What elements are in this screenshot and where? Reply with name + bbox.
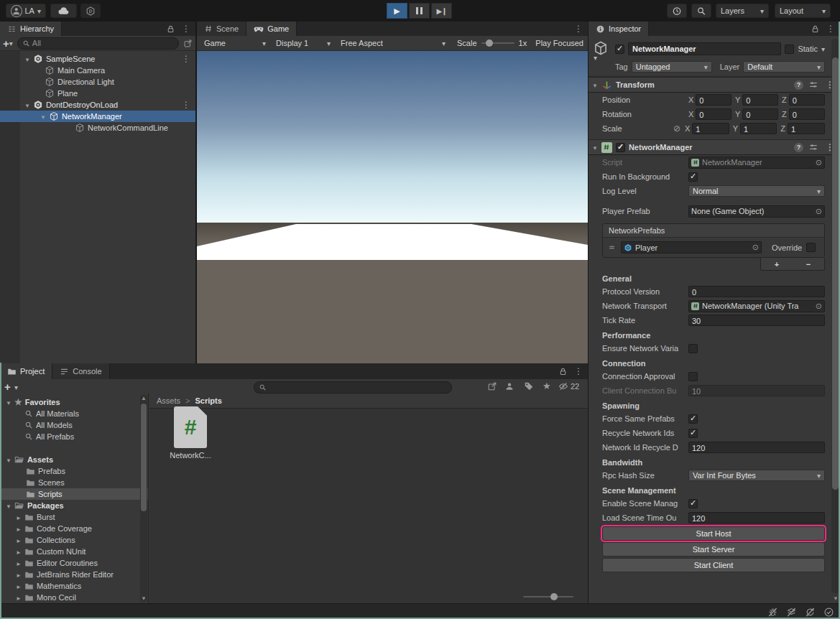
debugger-disabled-icon[interactable] <box>767 607 778 618</box>
network-id-recycle-field[interactable]: 120 <box>688 442 825 453</box>
scale-y-field[interactable]: 1 <box>740 123 777 134</box>
help-icon[interactable]: ? <box>794 80 803 90</box>
tree-custom-nunit[interactable]: Custom NUnit <box>0 546 148 557</box>
tree-collections[interactable]: Collections <box>0 534 148 546</box>
tick-rate-field[interactable]: 30 <box>688 315 825 326</box>
hierarchy-row-plane[interactable]: Plane <box>0 88 195 99</box>
foldout-open-icon[interactable] <box>6 501 11 510</box>
tree-all-models[interactable]: All Models <box>0 419 148 431</box>
rotation-z-field[interactable]: 0 <box>789 108 825 120</box>
breadcrumb-root[interactable]: Assets <box>157 396 180 405</box>
foldout-open-icon[interactable] <box>24 101 30 109</box>
remove-prefab-button[interactable]: − <box>806 260 811 269</box>
position-x-field[interactable]: 0 <box>696 94 731 106</box>
foldout-open-icon[interactable] <box>592 143 598 152</box>
display-target-dropdown[interactable]: Game <box>201 37 269 50</box>
start-host-button[interactable]: Start Host <box>602 526 825 541</box>
link-broken-icon[interactable]: ⊘ <box>673 124 685 134</box>
foldout-closed-icon[interactable] <box>16 536 22 544</box>
tab-project[interactable]: Project <box>0 363 52 379</box>
kebab-menu-icon[interactable]: ⋮ <box>180 101 193 109</box>
project-tree-scrollbar-thumb[interactable] <box>141 404 147 511</box>
object-picker-icon[interactable]: ⊙ <box>816 302 822 311</box>
lock-icon[interactable] <box>558 367 568 376</box>
tree-scenes[interactable]: Scenes <box>0 477 148 488</box>
cloud-services-button[interactable] <box>50 4 77 18</box>
prefab-object-field[interactable]: Player ⊙ <box>621 241 762 253</box>
recycle-network-ids-checkbox[interactable] <box>688 429 698 438</box>
ensure-network-checkbox[interactable] <box>688 344 698 353</box>
tree-favorites[interactable]: ★ Favorites <box>0 396 148 408</box>
kebab-menu-icon[interactable]: ⋮ <box>824 24 837 33</box>
foldout-closed-icon[interactable] <box>16 547 22 556</box>
foldout-closed-icon[interactable] <box>16 570 22 579</box>
hierarchy-row-networkcommandline[interactable]: NetworkCommandLine <box>0 122 195 134</box>
foldout-open-icon[interactable] <box>592 80 598 89</box>
component-enabled-checkbox[interactable] <box>616 143 625 152</box>
scroll-down-icon[interactable]: ▼ <box>141 595 147 602</box>
scale-slider-thumb[interactable] <box>486 39 493 47</box>
foldout-open-icon[interactable] <box>6 398 11 406</box>
gameobject-icon[interactable] <box>593 40 611 57</box>
foldout-closed-icon[interactable] <box>16 513 22 521</box>
add-prefab-button[interactable]: + <box>775 260 779 269</box>
scale-x-field[interactable]: 1 <box>692 123 729 134</box>
rpc-hash-size-dropdown[interactable]: Var Int Four Bytes <box>688 470 825 481</box>
auto-refresh-disabled-icon[interactable] <box>805 607 816 618</box>
inspector-scrollbar-thumb[interactable] <box>832 57 839 490</box>
plastic-scm-button[interactable] <box>80 4 101 18</box>
search-by-type-icon[interactable] <box>504 381 514 391</box>
foldout-closed-icon[interactable] <box>16 582 22 590</box>
run-in-background-checkbox[interactable] <box>688 172 698 182</box>
override-checkbox[interactable] <box>806 243 816 252</box>
project-search-input[interactable] <box>254 381 452 394</box>
tab-console[interactable]: Console <box>52 363 109 379</box>
layer-dropdown[interactable]: Default <box>743 61 825 73</box>
tree-prefabs[interactable]: Prefabs <box>0 465 148 477</box>
layers-dropdown[interactable]: Layers <box>716 4 769 18</box>
account-button[interactable]: LA <box>6 4 46 18</box>
tree-burst[interactable]: Burst <box>0 511 148 523</box>
favorites-star-icon[interactable]: ★ <box>543 381 551 391</box>
scroll-up-icon[interactable]: ▲ <box>141 395 147 401</box>
add-asset-button[interactable]: + <box>4 381 11 393</box>
tree-packages[interactable]: Packages <box>0 500 148 511</box>
tree-assets[interactable]: Assets <box>0 454 148 465</box>
networkmanager-component-header[interactable]: NetworkManager ? ⋮ <box>589 139 840 155</box>
tree-jetbrains-rider-editor[interactable]: JetBrains Rider Editor <box>0 569 148 580</box>
add-object-button[interactable]: + <box>3 37 9 50</box>
tab-game[interactable]: Game <box>246 22 297 36</box>
collab-disabled-icon[interactable] <box>786 607 797 618</box>
tree-mathematics[interactable]: Mathematics <box>0 580 148 592</box>
drag-handle-icon[interactable] <box>607 243 617 252</box>
tag-dropdown[interactable]: Untagged <box>632 61 712 73</box>
start-client-button[interactable]: Start Client <box>602 558 825 572</box>
presets-icon[interactable] <box>808 80 818 90</box>
position-y-field[interactable]: 0 <box>742 94 778 106</box>
kebab-menu-icon[interactable]: ⋮ <box>572 367 585 376</box>
play-button[interactable]: ▶ <box>387 3 407 19</box>
load-scene-timeout-field[interactable]: 120 <box>688 512 825 523</box>
hierarchy-row-main-camera[interactable]: Main Camera <box>0 65 195 76</box>
game-render-view[interactable] <box>197 51 588 363</box>
kebab-menu-icon[interactable]: ⋮ <box>572 24 585 33</box>
network-transport-field[interactable]: NetworkManager (Unity Tra ⊙ <box>688 300 825 312</box>
tree-code-coverage[interactable]: Code Coverage <box>0 523 148 534</box>
scale-z-field[interactable]: 1 <box>788 123 825 134</box>
hierarchy-row-dontdestroyonload[interactable]: DontDestroyOnLoad ⋮ <box>0 99 195 111</box>
tree-scripts[interactable]: Scripts <box>0 488 148 500</box>
protocol-version-field[interactable]: 0 <box>688 286 825 297</box>
foldout-closed-icon[interactable] <box>16 593 22 602</box>
add-asset-caret-icon[interactable] <box>14 383 18 391</box>
tree-mono-cecil[interactable]: Mono Cecil <box>0 592 148 603</box>
hierarchy-row-networkmanager[interactable]: NetworkManager <box>0 111 195 122</box>
object-picker-icon[interactable]: ⊙ <box>816 158 822 167</box>
display-dropdown[interactable]: Display 1 <box>273 37 333 50</box>
hierarchy-row-scene[interactable]: SampleScene ⋮ <box>0 53 195 65</box>
scroll-down-icon[interactable]: ▼ <box>833 595 839 602</box>
search-button[interactable] <box>691 4 711 18</box>
tree-editor-coroutines[interactable]: Editor Coroutines <box>0 557 148 569</box>
project-tree-scrollbar[interactable]: ▲ ▼ <box>140 395 147 602</box>
hierarchy-row-directional-light[interactable]: Directional Light <box>0 76 195 88</box>
pause-button[interactable] <box>409 3 430 19</box>
